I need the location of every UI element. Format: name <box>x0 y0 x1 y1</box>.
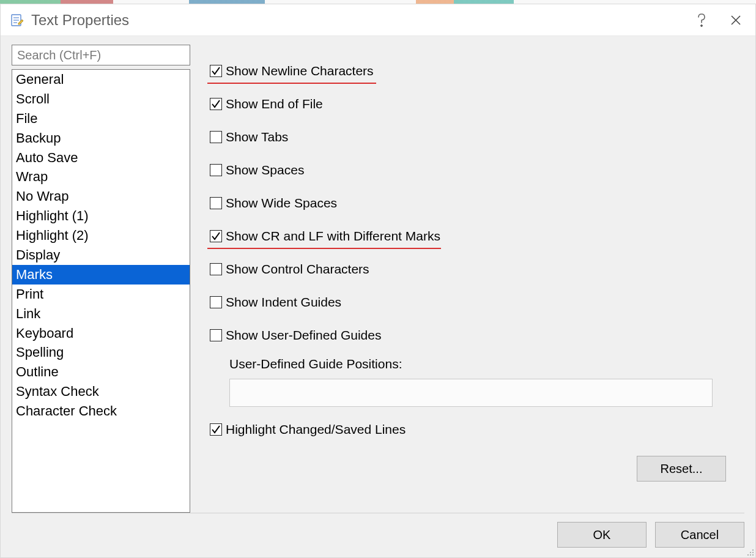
app-icon <box>9 12 25 28</box>
checkbox-icon <box>210 423 222 436</box>
category-item[interactable]: Print <box>12 285 190 304</box>
checkbox-icon <box>210 131 222 143</box>
option-show-newline-characters[interactable]: Show Newline Characters <box>210 62 744 80</box>
option-label: Show Newline Characters <box>226 64 374 78</box>
option-highlight-changed-saved-lines[interactable]: Highlight Changed/Saved Lines <box>210 420 744 439</box>
category-item[interactable]: Keyboard <box>12 324 190 343</box>
cancel-button-label: Cancel <box>681 528 719 542</box>
option-label: Show Wide Spaces <box>226 196 337 210</box>
svg-point-10 <box>747 554 749 556</box>
option-show-user-defined-guides[interactable]: Show User-Defined Guides <box>210 326 744 344</box>
user-defined-guides-group: User-Defined Guide Positions: <box>229 357 744 407</box>
category-item[interactable]: Spelling <box>12 343 190 362</box>
guides-label: User-Defined Guide Positions: <box>229 357 744 371</box>
option-show-tabs[interactable]: Show Tabs <box>210 128 744 146</box>
option-label: Show Spaces <box>226 163 304 177</box>
option-label: Highlight Changed/Saved Lines <box>226 422 406 437</box>
option-label: Show Indent Guides <box>226 295 341 310</box>
checkbox-icon <box>210 65 222 77</box>
category-item[interactable]: Link <box>12 304 190 324</box>
svg-point-9 <box>752 552 754 553</box>
option-show-end-of-file[interactable]: Show End of File <box>210 95 744 113</box>
option-show-control-characters[interactable]: Show Control Characters <box>210 260 744 278</box>
checkbox-icon <box>210 296 222 308</box>
checkbox-icon <box>210 197 222 209</box>
svg-point-8 <box>750 552 751 553</box>
category-item[interactable]: Character Check <box>12 401 190 421</box>
dialog-title: Text Properties <box>31 12 129 29</box>
checkbox-icon <box>210 263 222 275</box>
guides-input <box>229 379 713 407</box>
option-label: Show Tabs <box>226 130 288 144</box>
resize-grip[interactable] <box>746 548 754 556</box>
svg-point-12 <box>752 554 754 556</box>
category-item[interactable]: File <box>12 109 190 128</box>
category-item[interactable]: Display <box>12 245 190 265</box>
dialog-titlebar: Text Properties <box>1 4 755 36</box>
checkbox-icon <box>210 230 222 242</box>
ok-button-label: OK <box>593 528 611 542</box>
settings-panel: Show Newline CharactersShow End of FileS… <box>210 45 744 513</box>
option-show-wide-spaces[interactable]: Show Wide Spaces <box>210 194 744 212</box>
dialog-footer: OK Cancel <box>12 513 744 557</box>
cancel-button[interactable]: Cancel <box>655 522 744 548</box>
option-label: Show End of File <box>226 97 323 111</box>
category-item[interactable]: General <box>12 70 190 89</box>
svg-point-4 <box>701 24 703 26</box>
help-button[interactable] <box>684 7 719 33</box>
category-list[interactable]: GeneralScrollFileBackupAuto SaveWrapNo W… <box>12 69 190 513</box>
category-item[interactable]: Wrap <box>12 167 190 187</box>
category-item[interactable]: Highlight (2) <box>12 226 190 245</box>
category-item[interactable]: Syntax Check <box>12 382 190 401</box>
checkbox-icon <box>210 98 222 110</box>
option-show-cr-and-lf-with-different-marks[interactable]: Show CR and LF with Different Marks <box>210 227 744 245</box>
option-label: Show CR and LF with Different Marks <box>226 229 440 244</box>
close-button[interactable] <box>719 7 753 33</box>
ok-button[interactable]: OK <box>557 522 647 548</box>
option-label: Show User-Defined Guides <box>226 328 381 343</box>
svg-point-11 <box>750 554 751 556</box>
option-show-indent-guides[interactable]: Show Indent Guides <box>210 293 744 311</box>
search-input[interactable] <box>12 45 190 65</box>
svg-point-7 <box>752 549 754 551</box>
sidebar: GeneralScrollFileBackupAuto SaveWrapNo W… <box>12 45 190 513</box>
category-item[interactable]: Backup <box>12 128 190 148</box>
category-item[interactable]: Scroll <box>12 89 190 109</box>
text-properties-dialog: Text Properties GeneralScrollFileBackupA… <box>0 4 756 558</box>
category-item[interactable]: Auto Save <box>12 148 190 168</box>
option-show-spaces[interactable]: Show Spaces <box>210 161 744 179</box>
category-item[interactable]: No Wrap <box>12 187 190 206</box>
category-item[interactable]: Outline <box>12 362 190 382</box>
checkbox-icon <box>210 164 222 176</box>
checkbox-icon <box>210 329 222 341</box>
option-label: Show Control Characters <box>226 262 369 277</box>
category-item[interactable]: Highlight (1) <box>12 206 190 226</box>
category-item[interactable]: Marks <box>12 265 190 285</box>
dialog-body: GeneralScrollFileBackupAuto SaveWrapNo W… <box>1 36 755 513</box>
reset-button-label: Reset... <box>661 462 703 476</box>
reset-button[interactable]: Reset... <box>637 456 726 482</box>
